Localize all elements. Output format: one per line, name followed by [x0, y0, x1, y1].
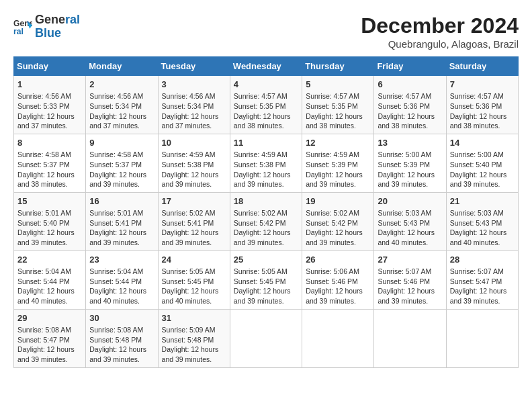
- day-info-line: Sunrise: 5:01 AM: [89, 208, 154, 218]
- day-info-line: Daylight: 12 hours: [17, 345, 82, 355]
- day-info-line: Sunset: 5:46 PM: [306, 277, 370, 287]
- day-info-line: Daylight: 12 hours: [234, 111, 298, 122]
- day-info-line: and 40 minutes.: [162, 296, 226, 306]
- day-info-line: Sunset: 5:40 PM: [450, 160, 515, 170]
- calendar-cell: [374, 309, 446, 367]
- day-info-line: Sunrise: 5:04 AM: [17, 267, 82, 277]
- day-info-line: Sunset: 5:41 PM: [162, 218, 226, 228]
- day-info-line: Daylight: 12 hours: [162, 286, 226, 296]
- day-info-line: Daylight: 12 hours: [450, 228, 515, 238]
- day-info-line: Daylight: 12 hours: [450, 170, 515, 180]
- day-info-line: and 38 minutes.: [306, 121, 370, 131]
- day-info-line: Sunrise: 4:59 AM: [306, 150, 370, 160]
- day-number: 15: [17, 195, 82, 208]
- day-info-line: and 38 minutes.: [234, 121, 298, 131]
- day-info-line: and 39 minutes.: [306, 296, 370, 306]
- day-info-line: and 39 minutes.: [17, 355, 82, 365]
- calendar-cell: 27Sunrise: 5:07 AMSunset: 5:46 PMDayligh…: [374, 250, 446, 309]
- calendar-cell: 4Sunrise: 4:57 AMSunset: 5:35 PMDaylight…: [230, 76, 302, 134]
- day-info-line: Daylight: 12 hours: [378, 170, 442, 180]
- day-info-line: Sunset: 5:37 PM: [17, 160, 82, 170]
- calendar-cell: 7Sunrise: 4:57 AMSunset: 5:36 PMDaylight…: [446, 76, 518, 134]
- svg-text:ral: ral: [13, 27, 24, 36]
- day-number: 7: [450, 79, 515, 91]
- day-info-line: and 38 minutes.: [17, 179, 82, 189]
- day-info-line: Sunset: 5:43 PM: [450, 218, 515, 228]
- day-info-line: Sunrise: 4:57 AM: [450, 91, 515, 101]
- day-info-line: and 39 minutes.: [162, 238, 226, 248]
- day-info-line: Daylight: 12 hours: [162, 228, 226, 238]
- day-info-line: Daylight: 12 hours: [306, 170, 370, 180]
- day-info-line: and 39 minutes.: [234, 179, 298, 189]
- location-subtitle: Quebrangulo, Alagoas, Brazil: [361, 38, 519, 50]
- calendar-cell: 17Sunrise: 5:02 AMSunset: 5:41 PMDayligh…: [158, 192, 230, 250]
- calendar-cell: 26Sunrise: 5:06 AMSunset: 5:46 PMDayligh…: [302, 250, 374, 309]
- day-number: 31: [162, 312, 226, 324]
- logo-text: General Blue: [35, 13, 80, 40]
- day-info-line: Sunrise: 5:04 AM: [89, 267, 154, 277]
- calendar-cell: 2Sunrise: 4:56 AMSunset: 5:34 PMDaylight…: [86, 76, 158, 134]
- day-info-line: Sunrise: 4:57 AM: [378, 91, 442, 101]
- day-number: 13: [378, 137, 442, 149]
- day-info-line: Daylight: 12 hours: [450, 286, 515, 296]
- calendar-cell: 19Sunrise: 5:02 AMSunset: 5:42 PMDayligh…: [302, 192, 374, 250]
- day-info-line: Sunset: 5:41 PM: [89, 218, 154, 228]
- calendar-cell: [446, 309, 518, 367]
- day-info-line: Daylight: 12 hours: [378, 228, 442, 238]
- day-info-line: Daylight: 12 hours: [234, 228, 298, 238]
- day-of-week-header: Monday: [86, 57, 158, 76]
- day-info-line: Sunset: 5:48 PM: [89, 335, 154, 345]
- day-info-line: Sunrise: 4:58 AM: [17, 150, 82, 160]
- day-number: 23: [89, 254, 154, 266]
- day-info-line: Sunrise: 5:07 AM: [378, 267, 442, 277]
- calendar-cell: 30Sunrise: 5:08 AMSunset: 5:48 PMDayligh…: [86, 309, 158, 367]
- day-info-line: Daylight: 12 hours: [234, 170, 298, 180]
- day-info-line: and 39 minutes.: [89, 238, 154, 248]
- day-info-line: Daylight: 12 hours: [162, 345, 226, 355]
- day-info-line: and 37 minutes.: [17, 121, 82, 131]
- day-info-line: Sunset: 5:38 PM: [234, 160, 298, 170]
- day-info-line: and 39 minutes.: [378, 179, 442, 189]
- day-info-line: Daylight: 12 hours: [89, 228, 154, 238]
- day-number: 20: [378, 195, 442, 208]
- title-block: December 2024 Quebrangulo, Alagoas, Braz…: [361, 13, 519, 50]
- day-info-line: Sunset: 5:45 PM: [234, 277, 298, 287]
- day-number: 22: [17, 254, 82, 266]
- day-info-line: Daylight: 12 hours: [17, 170, 82, 180]
- day-number: 4: [234, 79, 298, 91]
- day-number: 6: [378, 79, 442, 91]
- day-info-line: Sunrise: 5:02 AM: [162, 208, 226, 218]
- day-number: 5: [306, 79, 370, 91]
- day-info-line: Daylight: 12 hours: [306, 111, 370, 122]
- day-info-line: Daylight: 12 hours: [306, 228, 370, 238]
- day-info-line: Sunset: 5:44 PM: [89, 277, 154, 287]
- day-of-week-header: Thursday: [302, 57, 374, 76]
- day-of-week-header: Saturday: [446, 57, 518, 76]
- logo: Gene ral General Blue: [13, 13, 80, 40]
- day-info-line: Sunset: 5:45 PM: [162, 277, 226, 287]
- day-info-line: and 37 minutes.: [162, 121, 226, 131]
- day-number: 11: [234, 137, 298, 149]
- day-info-line: and 39 minutes.: [162, 179, 226, 189]
- day-info-line: Daylight: 12 hours: [162, 170, 226, 180]
- calendar-week-row: 15Sunrise: 5:01 AMSunset: 5:40 PMDayligh…: [14, 192, 519, 250]
- day-info-line: Daylight: 12 hours: [378, 286, 442, 296]
- day-info-line: and 39 minutes.: [89, 179, 154, 189]
- calendar-cell: 31Sunrise: 5:09 AMSunset: 5:48 PMDayligh…: [158, 309, 230, 367]
- day-info-line: Sunrise: 5:08 AM: [17, 325, 82, 335]
- day-info-line: and 40 minutes.: [89, 296, 154, 306]
- calendar-cell: 1Sunrise: 4:56 AMSunset: 5:33 PMDaylight…: [14, 76, 86, 134]
- day-info-line: Sunset: 5:42 PM: [306, 218, 370, 228]
- day-number: 28: [450, 254, 515, 266]
- day-info-line: and 40 minutes.: [17, 296, 82, 306]
- day-info-line: Sunrise: 4:56 AM: [89, 91, 154, 101]
- day-info-line: Sunrise: 5:03 AM: [378, 208, 442, 218]
- day-info-line: Daylight: 12 hours: [17, 111, 82, 122]
- calendar-cell: 29Sunrise: 5:08 AMSunset: 5:47 PMDayligh…: [14, 309, 86, 367]
- day-info-line: Sunrise: 4:56 AM: [162, 91, 226, 101]
- calendar-week-row: 22Sunrise: 5:04 AMSunset: 5:44 PMDayligh…: [14, 250, 519, 309]
- day-info-line: Sunset: 5:43 PM: [378, 218, 442, 228]
- day-info-line: Sunset: 5:36 PM: [378, 101, 442, 111]
- calendar-cell: 21Sunrise: 5:03 AMSunset: 5:43 PMDayligh…: [446, 192, 518, 250]
- calendar-cell: 13Sunrise: 5:00 AMSunset: 5:39 PMDayligh…: [374, 134, 446, 192]
